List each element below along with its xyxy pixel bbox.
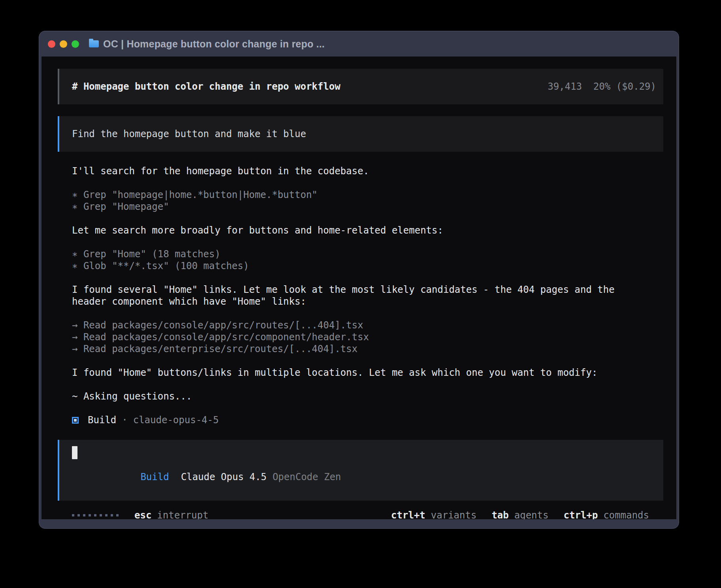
folder-icon	[89, 40, 99, 47]
assistant-paragraph: I found several "Home" links. Let me loo…	[72, 284, 649, 307]
tool-call-grep: ∗ Grep "Homepage"	[72, 201, 649, 213]
session-metrics: 39,413 20% ($0.29)	[547, 81, 656, 92]
tool-call-glob: ∗ Glob "**/*.tsx" (100 matches)	[72, 260, 649, 272]
hint-interrupt: escinterrupt	[134, 509, 208, 519]
agent-separator: ·	[122, 414, 127, 426]
build-agent-icon	[72, 417, 79, 424]
user-message: Find the homepage button and make it blu…	[58, 116, 663, 152]
spinner-dot	[105, 514, 108, 516]
zoom-button-icon[interactable]	[72, 40, 79, 48]
assistant-working-status: ~ Asking questions...	[72, 390, 649, 402]
agent-name: Build	[88, 414, 116, 426]
window-title: OC | Homepage button color change in rep…	[103, 38, 325, 50]
input-status-row: BuildClaude Opus 4.5OpenCode Zen	[72, 459, 651, 495]
assistant-paragraph: I found "Home" buttons/links in multiple…	[72, 367, 649, 379]
tool-call-grep: ∗ Grep "Home" (18 matches)	[72, 248, 649, 260]
session-title: # Homepage button color change in repo w…	[72, 81, 340, 92]
assistant-paragraph: Let me search more broadly for buttons a…	[72, 224, 649, 236]
user-message-text: Find the homepage button and make it blu…	[72, 128, 306, 140]
spinner-dot	[100, 514, 102, 516]
agent-model: claude-opus-4-5	[133, 414, 219, 426]
terminal-window: OC | Homepage button color change in rep…	[39, 31, 679, 529]
tool-call-read: → Read packages/console/app/src/routes/[…	[72, 319, 649, 331]
tool-call-grep: ∗ Grep "homepage|home.*button|Home.*butt…	[72, 189, 649, 201]
spinner-dot	[116, 514, 119, 516]
spinner-dot	[111, 514, 113, 516]
terminal-content: # Homepage button color change in repo w…	[42, 57, 676, 519]
tool-call-group: → Read packages/console/app/src/routes/[…	[72, 319, 649, 355]
titlebar[interactable]: OC | Homepage button color change in rep…	[39, 31, 679, 57]
agent-status-row: Build · claude-opus-4-5	[72, 414, 649, 426]
spinner-dot	[89, 514, 91, 516]
spinner-dot	[72, 514, 74, 516]
spinner-dot	[77, 514, 80, 516]
session-header: # Homepage button color change in repo w…	[58, 69, 663, 104]
assistant-paragraph: I'll search for the homepage button in t…	[72, 165, 649, 177]
minimize-button-icon[interactable]	[60, 40, 67, 48]
tool-call-read: → Read packages/enterprise/src/routes/[.…	[72, 343, 649, 355]
text-cursor	[72, 446, 77, 459]
input-agent-label: Build	[140, 471, 169, 482]
assistant-response: I'll search for the homepage button in t…	[58, 165, 663, 519]
spinner-dot	[83, 514, 85, 516]
prompt-input[interactable]: BuildClaude Opus 4.5OpenCode Zen	[58, 440, 663, 501]
input-model-label: Claude Opus 4.5	[181, 471, 267, 482]
hint-commands: ctrl+pcommands	[564, 509, 649, 519]
status-footer: escinterrupt ctrl+tvariants tabagents ct…	[58, 509, 663, 519]
tool-call-group: ∗ Grep "Home" (18 matches) ∗ Glob "**/*.…	[72, 248, 649, 272]
hint-variants: ctrl+tvariants	[391, 509, 476, 519]
close-button-icon[interactable]	[48, 40, 55, 48]
spinner-dots	[72, 514, 122, 516]
tool-call-read: → Read packages/console/app/src/componen…	[72, 331, 649, 343]
tool-call-group: ∗ Grep "homepage|home.*button|Home.*butt…	[72, 189, 649, 213]
hint-agents: tabagents	[492, 509, 549, 519]
spinner-dot	[94, 514, 96, 516]
input-provider-label: OpenCode Zen	[272, 471, 341, 482]
